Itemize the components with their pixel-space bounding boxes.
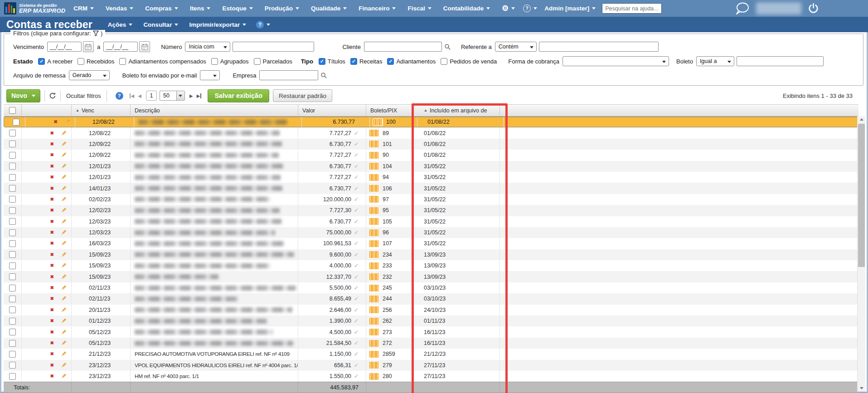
salvar-exibicao-button[interactable]: Salvar exibição bbox=[208, 89, 269, 102]
help-icon[interactable]: ? bbox=[116, 92, 123, 100]
estado-option[interactable]: Parcelados bbox=[254, 58, 292, 65]
row-checkbox[interactable] bbox=[9, 296, 16, 302]
barcode-icon[interactable] bbox=[369, 174, 379, 181]
barcode-icon[interactable] bbox=[369, 130, 379, 136]
first-page-button[interactable]: ◀ bbox=[130, 93, 135, 98]
table-row[interactable]: ✖ 16/03/23 100.961,53✓ 107 31/05/22 bbox=[4, 238, 858, 249]
barcode-icon[interactable] bbox=[369, 152, 379, 159]
edit-pencil-icon[interactable] bbox=[60, 130, 67, 136]
top-menu-item[interactable]: Produção bbox=[265, 5, 299, 12]
checkbox[interactable] bbox=[387, 58, 394, 65]
table-row[interactable]: ✖ 12/08/22 7.727,27✓ 89 01/08/22 bbox=[4, 127, 858, 138]
vencimento-from-input[interactable]: __/__/__ bbox=[47, 42, 82, 52]
barcode-icon[interactable] bbox=[369, 163, 379, 170]
edit-pencil-icon[interactable] bbox=[60, 163, 67, 170]
delete-icon[interactable]: ✖ bbox=[50, 175, 54, 180]
row-checkbox[interactable] bbox=[9, 229, 16, 236]
novo-button[interactable]: Novo bbox=[6, 89, 40, 102]
search-icon[interactable] bbox=[444, 44, 451, 50]
edit-pencil-icon[interactable] bbox=[60, 229, 67, 236]
incluido-column-header[interactable]: ▲Incluído em arquivo de bbox=[414, 105, 500, 116]
admin-user-menu[interactable]: Admin [master] bbox=[544, 5, 596, 12]
top-menu-item[interactable]: Estoque bbox=[222, 5, 252, 12]
edit-pencil-icon[interactable] bbox=[60, 329, 67, 335]
calendar-icon[interactable] bbox=[83, 41, 94, 52]
top-menu-item[interactable]: Itens bbox=[190, 5, 211, 12]
last-page-button[interactable]: ▶ bbox=[197, 93, 202, 98]
row-checkbox[interactable] bbox=[9, 174, 16, 181]
delete-icon[interactable]: ✖ bbox=[50, 230, 54, 235]
numero-operator-select[interactable]: Inicia com bbox=[185, 42, 230, 52]
delete-icon[interactable]: ✖ bbox=[50, 219, 54, 224]
row-checkbox[interactable] bbox=[9, 240, 16, 247]
edit-pencil-icon[interactable] bbox=[60, 240, 67, 247]
table-row[interactable]: ✖ 12/01/23 6.730,77✓ 104 31/05/22 bbox=[4, 161, 858, 172]
table-row[interactable]: ✖ 12/09/22 6.730,77✓ 101 01/08/22 bbox=[4, 139, 858, 150]
row-checkbox[interactable] bbox=[9, 373, 16, 380]
estado-option[interactable]: Adiantamentos compensados bbox=[119, 58, 206, 65]
checkbox[interactable] bbox=[441, 58, 447, 65]
delete-icon[interactable]: ✖ bbox=[50, 164, 54, 169]
table-row[interactable]: ✖ 14/01/23 6.730,77✓ 106 31/05/22 bbox=[4, 183, 858, 194]
checkbox[interactable] bbox=[350, 58, 357, 65]
numero-input[interactable] bbox=[233, 42, 314, 52]
forma-cobranca-select[interactable] bbox=[563, 56, 669, 66]
boleto-email-select[interactable] bbox=[200, 70, 220, 80]
delete-icon[interactable]: ✖ bbox=[50, 252, 54, 257]
table-row[interactable]: ✖ 01/12/23 1.390,00✓ 262 01/11/23 bbox=[4, 315, 858, 326]
restaurar-padrao-button[interactable]: Restaurar padrão bbox=[273, 89, 332, 102]
edit-pencil-icon[interactable] bbox=[60, 351, 67, 357]
chat-bubble-icon[interactable] bbox=[735, 2, 750, 15]
barcode-icon[interactable] bbox=[369, 340, 379, 347]
delete-icon[interactable]: ✖ bbox=[50, 197, 54, 202]
table-row[interactable]: ✖ 12/01/23 7.727,27✓ 94 31/05/22 bbox=[4, 172, 858, 183]
edit-pencil-icon[interactable] bbox=[60, 318, 67, 324]
boleto-operator-select[interactable]: Igual a bbox=[696, 56, 734, 66]
row-checkbox[interactable] bbox=[9, 273, 16, 280]
checkbox[interactable] bbox=[38, 58, 45, 65]
table-row[interactable]: ✖ 05/12/23 21.584,50✓ 272 16/11/23 bbox=[4, 338, 858, 349]
barcode-icon[interactable] bbox=[369, 351, 379, 358]
vencimento-to-input[interactable]: __/__/__ bbox=[103, 42, 138, 52]
checkbox[interactable] bbox=[254, 58, 261, 65]
barcode-icon[interactable] bbox=[369, 373, 379, 380]
table-row[interactable]: ✖ 02/11/23 8.655,49✓ 244 03/10/23 bbox=[4, 293, 858, 304]
delete-icon[interactable]: ✖ bbox=[50, 341, 54, 345]
delete-icon[interactable]: ✖ bbox=[50, 330, 54, 335]
delete-icon[interactable]: ✖ bbox=[50, 363, 54, 368]
delete-icon[interactable]: ✖ bbox=[50, 241, 54, 246]
table-row[interactable]: ✖ 12/03/23 75.000,00✓ 96 31/05/22 bbox=[4, 227, 858, 238]
table-row[interactable]: ✖ 15/09/23 12.337,70✓ 232 13/09/23 bbox=[4, 271, 858, 282]
row-checkbox[interactable] bbox=[9, 362, 16, 369]
row-checkbox[interactable] bbox=[9, 185, 16, 192]
top-menu-item[interactable]: Vendas bbox=[106, 5, 133, 12]
row-checkbox[interactable] bbox=[9, 141, 16, 147]
row-checkbox[interactable] bbox=[9, 218, 16, 225]
barcode-icon[interactable] bbox=[369, 296, 379, 302]
barcode-icon[interactable] bbox=[369, 229, 379, 236]
checkbox[interactable] bbox=[78, 58, 84, 65]
table-row[interactable]: ✖ 15/09/23 4.000,00✓ 233 13/09/23 bbox=[4, 260, 858, 271]
scrollbar-thumb[interactable] bbox=[858, 124, 865, 267]
delete-icon[interactable]: ✖ bbox=[50, 286, 54, 290]
delete-icon[interactable]: ✖ bbox=[50, 208, 54, 213]
edit-pencil-icon[interactable] bbox=[60, 174, 67, 180]
edit-pencil-icon[interactable] bbox=[60, 252, 67, 258]
delete-icon[interactable]: ✖ bbox=[50, 186, 54, 191]
edit-pencil-icon[interactable] bbox=[60, 207, 67, 213]
table-row[interactable]: ✖ 12/09/22 7.727,27✓ 90 01/08/22 bbox=[4, 150, 858, 160]
top-menu-item[interactable]: Financeiro bbox=[359, 5, 396, 12]
row-checkbox[interactable] bbox=[9, 262, 16, 269]
row-checkbox[interactable] bbox=[9, 207, 16, 214]
cliente-input[interactable] bbox=[364, 42, 442, 52]
page-menu-item[interactable]: Consultar bbox=[143, 21, 178, 28]
edit-pencil-icon[interactable] bbox=[60, 340, 67, 346]
referente-input[interactable] bbox=[539, 42, 659, 52]
empresa-input[interactable] bbox=[259, 70, 318, 80]
table-row[interactable]: ✖ 12/03/23 6.730,77✓ 105 31/05/22 bbox=[4, 216, 858, 227]
tipo-option[interactable]: Títulos bbox=[319, 58, 345, 65]
page-menu-item[interactable]: Ações bbox=[108, 21, 133, 28]
tipo-option[interactable]: Receitas bbox=[350, 58, 383, 65]
app-logo[interactable]: Sistema de gestão ERP MAXIPROD bbox=[4, 2, 65, 15]
barcode-icon[interactable] bbox=[369, 240, 379, 247]
